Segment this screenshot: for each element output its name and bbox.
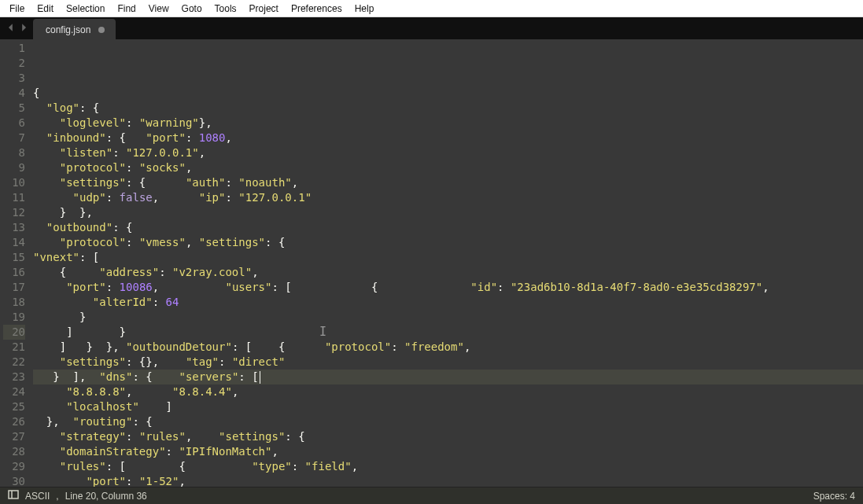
- line-number: 17: [3, 280, 25, 295]
- menu-find[interactable]: Find: [111, 2, 142, 16]
- code-line[interactable]: {: [33, 86, 863, 101]
- code-line[interactable]: ] } }, "outboundDetour": [ { "protocol":…: [33, 340, 863, 355]
- line-number: 12: [3, 205, 25, 220]
- line-number: 15: [3, 250, 25, 265]
- menu-bar: FileEditSelectionFindViewGotoToolsProjec…: [0, 0, 863, 17]
- code-line[interactable]: "alterId": 64: [33, 295, 863, 310]
- line-number: 13: [3, 220, 25, 235]
- code-line[interactable]: "settings": { "auth": "noauth",: [33, 175, 863, 190]
- svg-rect-0: [9, 491, 18, 498]
- status-cursor-pos[interactable]: Line 20, Column 36: [65, 491, 147, 502]
- nav-back-icon[interactable]: [6, 23, 16, 35]
- line-number: 14: [3, 235, 25, 250]
- tab-config-json[interactable]: config.json: [33, 19, 116, 39]
- code-line[interactable]: }, "routing": {: [33, 414, 863, 429]
- line-number: 16: [3, 265, 25, 280]
- code-line[interactable]: "listen": "127.0.0.1",: [33, 145, 863, 160]
- code-line[interactable]: } ], "dns": { "servers": [: [33, 370, 863, 384]
- tab-strip: config.json: [0, 17, 863, 39]
- line-number: 21: [3, 340, 25, 355]
- menu-view[interactable]: View: [142, 2, 175, 16]
- line-number: 10: [3, 175, 25, 190]
- line-number: 1: [3, 41, 25, 56]
- line-number: 30: [3, 474, 25, 487]
- code-line[interactable]: "strategy": "rules", "settings": {: [33, 429, 863, 444]
- code-line[interactable]: "outbound": {: [33, 220, 863, 235]
- line-number: 26: [3, 414, 25, 429]
- panel-toggle-icon[interactable]: [8, 489, 19, 502]
- code-line[interactable]: }: [33, 310, 863, 325]
- menu-selection[interactable]: Selection: [60, 2, 111, 16]
- line-number: 18: [3, 295, 25, 310]
- editor-pane[interactable]: 1234567891011121314151617181920212223242…: [0, 39, 863, 487]
- code-line[interactable]: "port": 10086, "users": [ { "id": "23ad6…: [33, 280, 863, 295]
- code-line[interactable]: "domainStrategy": "IPIfNonMatch",: [33, 444, 863, 459]
- line-number: 19: [3, 310, 25, 325]
- line-number: 7: [3, 131, 25, 145]
- line-number: 8: [3, 145, 25, 160]
- dirty-indicator-icon: [98, 27, 105, 33]
- line-number: 9: [3, 160, 25, 175]
- code-line[interactable]: "settings": {}, "tag": "direct": [33, 355, 863, 370]
- line-number: 28: [3, 444, 25, 459]
- code-line[interactable]: "port": "1-52",: [33, 474, 863, 487]
- status-bar: ASCII , Line 20, Column 36 Spaces: 4: [0, 487, 863, 504]
- line-number: 4: [3, 86, 25, 101]
- line-number-gutter: 1234567891011121314151617181920212223242…: [0, 39, 33, 487]
- nav-forward-icon[interactable]: [19, 23, 28, 35]
- line-number: 29: [3, 459, 25, 474]
- line-number: 3: [3, 71, 25, 86]
- code-line[interactable]: "protocol": "socks",: [33, 160, 863, 175]
- menu-tools[interactable]: Tools: [208, 2, 243, 16]
- code-line[interactable]: "udp": false, "ip": "127.0.0.1": [33, 190, 863, 205]
- code-line[interactable]: "inbound": { "port": 1080,: [33, 131, 863, 145]
- line-number: 25: [3, 399, 25, 414]
- tab-filename: config.json: [46, 24, 90, 35]
- line-number: 27: [3, 429, 25, 444]
- code-line[interactable]: "vnext": [: [33, 250, 863, 265]
- code-line[interactable]: { "address": "v2ray.cool",: [33, 265, 863, 280]
- code-line[interactable]: "log": {: [33, 101, 863, 116]
- menu-goto[interactable]: Goto: [175, 2, 208, 16]
- code-area[interactable]: I { "log": { "loglevel": "warning"}, "in…: [33, 39, 863, 487]
- code-line[interactable]: } },: [33, 205, 863, 220]
- status-indent[interactable]: Spaces: 4: [813, 491, 855, 502]
- line-number: 6: [3, 116, 25, 131]
- nav-back-forward: [6, 17, 33, 39]
- line-number: 22: [3, 355, 25, 370]
- line-number: 5: [3, 101, 25, 116]
- menu-edit[interactable]: Edit: [31, 2, 60, 16]
- menu-project[interactable]: Project: [243, 2, 285, 16]
- line-number: 23: [3, 370, 25, 384]
- line-number: 2: [3, 56, 25, 71]
- code-line[interactable]: "loglevel": "warning"},: [33, 116, 863, 131]
- menu-help[interactable]: Help: [349, 2, 381, 16]
- menu-file[interactable]: File: [3, 2, 31, 16]
- line-number: 20: [3, 325, 25, 340]
- status-separator: ,: [56, 491, 58, 502]
- line-number: 11: [3, 190, 25, 205]
- code-line[interactable]: "localhost" ]: [33, 399, 863, 414]
- line-number: 24: [3, 384, 25, 399]
- code-line[interactable]: ] }: [33, 325, 863, 340]
- code-line[interactable]: "8.8.8.8", "8.8.4.4",: [33, 384, 863, 399]
- menu-preferences[interactable]: Preferences: [285, 2, 349, 16]
- caret: [260, 371, 260, 384]
- status-encoding[interactable]: ASCII: [25, 491, 50, 502]
- code-line[interactable]: "rules": [ { "type": "field",: [33, 459, 863, 474]
- code-line[interactable]: "protocol": "vmess", "settings": {: [33, 235, 863, 250]
